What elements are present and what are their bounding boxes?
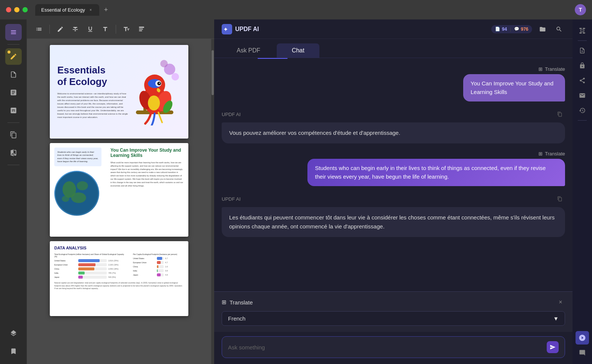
page-3-body: Natural capital use and degradation: tot… — [54, 282, 184, 290]
bar-country-eu: European Union — [54, 264, 77, 266]
sidebar-item-text-edit[interactable] — [5, 66, 22, 83]
ai-logo-text: UPDF AI — [235, 26, 259, 33]
toolbar-strikethrough-icon[interactable] — [69, 23, 81, 35]
bar-track-india — [78, 272, 107, 274]
tab-essential-ecology[interactable]: Essential of Ecology × — [35, 4, 99, 16]
page-2-right: You Can Improve Your Study and Learning … — [106, 143, 188, 237]
sidebar-right-lock-icon[interactable] — [576, 59, 589, 72]
sidebar-right-mail-icon[interactable] — [576, 89, 589, 102]
toolbar-text-icon[interactable] — [99, 23, 111, 35]
close-button[interactable] — [6, 7, 11, 12]
bar-track-japan — [78, 276, 107, 279]
bar-pc-value-us: 6.7 — [165, 257, 184, 260]
msg-user-bubble-2: Students who can begin early in their li… — [307, 159, 565, 186]
sidebar-right-extract-icon[interactable] — [576, 44, 589, 57]
translate-label-1[interactable]: ⊞ Translate — [538, 66, 565, 72]
sidebar-right-ocr-icon[interactable]: OCR — [576, 24, 589, 37]
bar-country-us: United States — [54, 260, 77, 262]
doc-scrollbar[interactable] — [211, 39, 214, 364]
translate-close-button[interactable]: × — [556, 298, 565, 307]
translate-panel-header: ⊞ Translate × — [222, 298, 565, 307]
sidebar-item-compare[interactable] — [5, 145, 22, 161]
bar-value-india: 785 (7%) — [108, 272, 127, 274]
bar-row-eu: European Union 2,160 (19%) — [54, 263, 127, 266]
document-area[interactable]: Essentials of Ecology Welcome to environ… — [27, 39, 211, 364]
bar-track-eu — [78, 263, 107, 266]
sidebar-item-book[interactable] — [5, 24, 22, 40]
translate-panel-title: ⊞ Translate — [222, 299, 253, 306]
msg-ai-2: UPDF AI Les étudiants qui peuvent commen… — [222, 194, 565, 237]
bar-pc-value-eu: 4.7 — [165, 261, 184, 264]
bar-pc-fill-china — [157, 265, 158, 268]
sidebar-item-layers[interactable] — [5, 325, 22, 342]
page-3-content: DATA ANALYSIS Total Ecological Footprint… — [50, 241, 188, 316]
avatar[interactable]: T — [575, 4, 586, 15]
search-icon[interactable] — [553, 23, 565, 35]
bar-row-pc-china: China 1.6 — [133, 265, 184, 268]
bar-fill-us — [78, 259, 100, 262]
sidebar-item-highlight[interactable] — [5, 48, 22, 65]
toolbar-underline-icon[interactable] — [84, 23, 96, 35]
page-3-charts: Total Ecological Footprint (million hect… — [54, 253, 184, 279]
tab-close-button[interactable]: × — [88, 7, 93, 12]
sidebar-separator-3 — [7, 165, 19, 165]
toolbar-text-alt-icon[interactable] — [136, 23, 148, 35]
msg-user-2: Students who can begin early in their li… — [222, 159, 565, 186]
sidebar-right-history-icon[interactable] — [576, 104, 589, 117]
sidebar-item-copy[interactable] — [5, 127, 22, 143]
sidebar-toggle-icon[interactable] — [537, 23, 549, 35]
bar-track-china — [78, 267, 107, 270]
chart-2-label: Per Capita Ecological Footprint (hectare… — [133, 253, 184, 255]
sidebar-item-document[interactable] — [5, 84, 22, 101]
main-layout: Essentials of Ecology Welcome to environ… — [0, 19, 592, 364]
sidebar-right: OCR — [573, 19, 592, 364]
page-3-title: DATA ANALYSIS — [54, 246, 184, 250]
chat-input[interactable] — [228, 344, 543, 351]
msg-ai-bubble-2: Les étudiants qui peuvent commencer tôt … — [222, 207, 565, 237]
copy-button-1[interactable] — [555, 109, 565, 119]
bar-pc-track-us — [157, 257, 164, 260]
bar-country-china: China — [54, 268, 77, 270]
minimize-button[interactable] — [14, 7, 19, 12]
send-button[interactable] — [547, 341, 559, 353]
language-select[interactable]: French ▼ — [222, 311, 565, 326]
bar-row-india: India 785 (7%) — [54, 272, 127, 274]
sidebar-right-ai-icon[interactable] — [576, 331, 589, 345]
svg-text:✦: ✦ — [223, 26, 228, 33]
copy-button-2[interactable] — [555, 194, 565, 204]
chat-messages[interactable]: ⊞ Translate You Can Improve Your Study a… — [214, 59, 573, 291]
new-tab-button[interactable]: + — [101, 4, 111, 15]
bar-country-japan: Japan — [54, 276, 77, 278]
page-2-banner: Students who can begin early in their li… — [54, 148, 101, 166]
svg-rect-29 — [583, 33, 585, 34]
toolbar-pen-icon[interactable] — [54, 23, 66, 35]
toolbar-text-large-icon[interactable] — [121, 23, 133, 35]
fullscreen-button[interactable] — [22, 7, 28, 12]
toolbar-list-icon[interactable] — [33, 23, 45, 35]
content-area: Essentials of Ecology Welcome to environ… — [27, 19, 214, 364]
translate-label-2[interactable]: ⊞ Translate — [538, 151, 565, 157]
tab-chat[interactable]: Chat — [277, 43, 319, 58]
bar-pc-track-india — [157, 269, 164, 272]
sidebar-right-share-icon[interactable] — [576, 74, 589, 87]
svg-point-22 — [62, 196, 69, 202]
sidebar-right-comment-icon[interactable] — [576, 346, 589, 360]
bar-pc-country-china: China — [133, 266, 155, 268]
msg-group-2: ⊞ Translate Students who can begin early… — [222, 151, 565, 186]
sidebar-item-pages[interactable] — [5, 102, 22, 119]
bar-row-pc-eu: European Union 4.7 — [133, 261, 184, 264]
bar-row-pc-us: United States 6.7 — [133, 257, 184, 260]
page-1-body: Welcome to environmental science—an inte… — [57, 92, 128, 119]
tab-ask-pdf[interactable]: Ask PDF — [222, 43, 275, 58]
bar-pc-fill-japan — [157, 273, 161, 276]
sidebar-item-bookmark[interactable] — [5, 343, 22, 360]
titlebar: Essential of Ecology × + T — [0, 0, 592, 19]
token-chat-icon: 💬 — [514, 27, 519, 31]
bar-pc-track-china — [157, 265, 164, 268]
bar-fill-india — [78, 272, 85, 274]
doc-scrollbar-thumb[interactable] — [212, 50, 214, 95]
bar-pc-value-japan: 4.8 — [165, 274, 184, 276]
page-3-thumb: DATA ANALYSIS Total Ecological Footprint… — [50, 241, 188, 316]
bar-pc-country-us: United States — [133, 257, 155, 260]
bar-row-china: China 2,050 (18%) — [54, 267, 127, 270]
